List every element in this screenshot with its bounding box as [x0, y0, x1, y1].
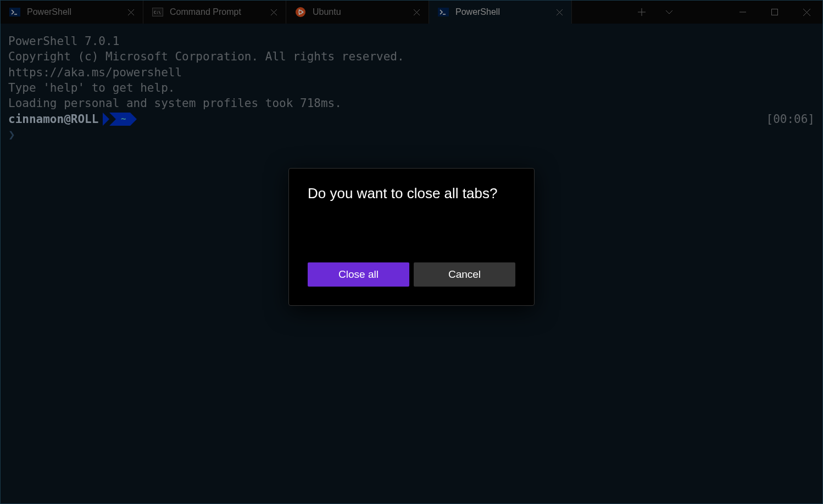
- dialog-buttons: Close all Cancel: [308, 262, 515, 287]
- close-all-button[interactable]: Close all: [308, 262, 409, 287]
- cancel-button[interactable]: Cancel: [414, 262, 515, 287]
- dialog-title: Do you want to close all tabs?: [308, 185, 515, 202]
- modal-overlay: Do you want to close all tabs? Close all…: [1, 1, 822, 503]
- close-tabs-dialog: Do you want to close all tabs? Close all…: [288, 168, 535, 306]
